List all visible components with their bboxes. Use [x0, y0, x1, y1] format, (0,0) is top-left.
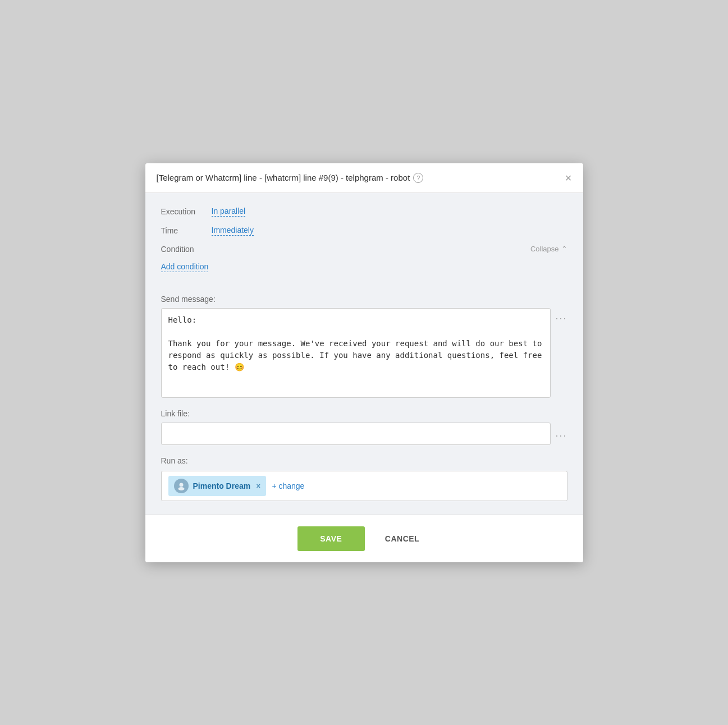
send-message-section: Send message: Hello: Thank you for your …	[161, 295, 567, 400]
link-file-section: Link file: ···	[161, 409, 567, 445]
dialog-title: [Telegram or Whatcrm] line - [whatcrm] l…	[157, 173, 410, 182]
dialog-body: Execution In parallel Time Immediately C…	[145, 193, 583, 515]
change-link[interactable]: + change	[272, 481, 304, 490]
close-icon[interactable]: ×	[565, 172, 572, 183]
message-container: Hello: Thank you for your message. We've…	[161, 308, 567, 400]
message-textarea-wrapper: Hello: Thank you for your message. We've…	[161, 308, 551, 400]
run-as-section: Run as: Pimento Dream × + change	[161, 456, 567, 501]
link-file-container: ···	[161, 423, 567, 445]
collapse-label: Collapse	[530, 245, 559, 253]
link-file-input[interactable]	[161, 423, 551, 445]
execution-label: Execution	[161, 207, 206, 216]
run-as-label: Run as:	[161, 456, 567, 465]
dialog-footer: SAVE CANCEL	[145, 515, 583, 562]
user-name: Pimento Dream	[193, 481, 251, 490]
svg-point-1	[178, 487, 184, 490]
message-textarea[interactable]: Hello: Thank you for your message. We've…	[161, 308, 551, 398]
avatar	[174, 479, 189, 493]
time-row: Time Immediately	[161, 226, 567, 236]
collapse-button[interactable]: Collapse ⌃	[530, 245, 567, 253]
link-file-label: Link file:	[161, 409, 567, 418]
condition-header: Condition Collapse ⌃	[161, 245, 567, 254]
link-file-dots-button[interactable]: ···	[555, 430, 567, 442]
execution-value[interactable]: In parallel	[212, 207, 246, 217]
message-dots-button[interactable]: ···	[555, 313, 567, 324]
svg-point-0	[179, 483, 183, 487]
save-button[interactable]: SAVE	[297, 526, 365, 551]
condition-section: Condition Collapse ⌃ Add condition	[161, 245, 567, 283]
add-condition-link[interactable]: Add condition	[161, 262, 209, 272]
run-as-container: Pimento Dream × + change	[161, 471, 567, 501]
chip-close-icon[interactable]: ×	[256, 481, 260, 490]
cancel-button[interactable]: CANCEL	[374, 526, 431, 551]
help-icon[interactable]: ?	[413, 173, 423, 183]
time-value[interactable]: Immediately	[212, 226, 254, 236]
user-chip: Pimento Dream ×	[168, 476, 267, 496]
dialog-header: [Telegram or Whatcrm] line - [whatcrm] l…	[145, 163, 583, 193]
chevron-up-icon: ⌃	[561, 245, 567, 253]
condition-label: Condition	[161, 245, 194, 254]
send-message-label: Send message:	[161, 295, 567, 304]
time-label: Time	[161, 226, 206, 235]
execution-row: Execution In parallel	[161, 207, 567, 217]
dialog: [Telegram or Whatcrm] line - [whatcrm] l…	[145, 163, 583, 562]
